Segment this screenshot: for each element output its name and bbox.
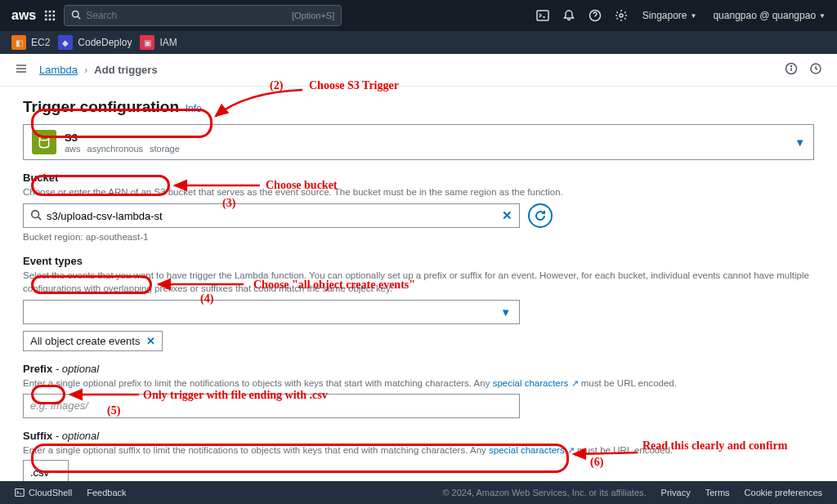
suffix-input[interactable] (23, 460, 69, 481)
svg-line-10 (78, 16, 81, 19)
notifications-icon[interactable] (562, 9, 575, 22)
user-menu[interactable]: quangpao @ quangpao▼ (713, 10, 826, 21)
main-content: Trigger configuration Info S3 awsasynchr… (0, 87, 837, 481)
svc-iam-link[interactable]: ▣IAM (140, 35, 177, 50)
search-icon (30, 209, 42, 223)
region-selector[interactable]: Singapore▼ (642, 10, 697, 21)
trigger-selector[interactable]: S3 awsasynchronousstorage ▼ (23, 124, 814, 160)
svg-rect-3 (45, 15, 47, 17)
svg-point-19 (791, 66, 792, 67)
svc-codedeploy-link[interactable]: ◆CodeDeploy (58, 35, 132, 50)
crumb-lambda[interactable]: Lambda (39, 64, 78, 76)
prefix-hint: Enter a single optional prefix to limit … (23, 377, 814, 390)
bucket-hint: Choose or enter the ARN of an S3 bucket … (23, 185, 814, 198)
refresh-button[interactable] (528, 203, 553, 228)
search-hint: [Option+S] (292, 11, 334, 20)
svg-point-9 (73, 11, 79, 17)
bucket-search-input-wrap[interactable]: ✕ (23, 203, 520, 228)
breadcrumb-bar: Lambda › Add triggers (0, 54, 837, 87)
codedeploy-icon: ◆ (58, 35, 73, 50)
trigger-name: S3 (65, 132, 186, 144)
svg-rect-1 (49, 11, 51, 13)
bucket-region-text: Bucket region: ap-southeast-1 (23, 230, 814, 243)
bucket-label: Bucket (23, 172, 814, 184)
crumb-sep: › (84, 64, 87, 76)
svg-rect-0 (45, 11, 47, 13)
feedback-link[interactable]: Feedback (87, 488, 126, 497)
global-search[interactable]: [Option+S] (64, 5, 342, 26)
page-title: Trigger configuration (23, 98, 179, 115)
hamburger-icon[interactable] (15, 62, 28, 78)
bucket-input[interactable] (47, 210, 502, 222)
svg-rect-24 (16, 489, 25, 497)
prefix-label: Prefix - optional (23, 363, 814, 375)
dropdown-caret-icon: ▼ (794, 136, 805, 149)
services-grid-icon[interactable] (44, 10, 56, 21)
external-icon: ↗ (567, 445, 575, 455)
svg-rect-6 (45, 19, 47, 21)
search-icon (71, 10, 81, 22)
cookies-link[interactable]: Cookie preferences (745, 488, 822, 497)
caret-down-icon: ▼ (691, 12, 697, 20)
suffix-hint: Enter a single optional suffix to limit … (23, 444, 814, 457)
iam-icon: ▣ (140, 35, 154, 50)
suffix-label: Suffix - optional (23, 430, 814, 442)
caret-down-icon: ▼ (819, 12, 826, 20)
event-types-label: Event types (23, 255, 814, 267)
svg-rect-2 (53, 11, 56, 13)
footer: CloudShell Feedback © 2024, Amazon Web S… (0, 481, 837, 504)
crumb-current: Add triggers (94, 64, 157, 76)
aws-top-header: aws [Option+S] Singapore▼ quangpao @ qua… (0, 0, 837, 31)
terms-link[interactable]: Terms (705, 488, 730, 497)
svg-point-22 (32, 210, 39, 217)
cloudshell-link[interactable]: CloudShell (15, 488, 72, 497)
svg-rect-5 (53, 15, 56, 17)
external-icon: ↗ (571, 378, 579, 388)
ec2-icon: ◧ (11, 35, 26, 50)
svg-rect-8 (53, 19, 56, 21)
settings-icon[interactable] (615, 9, 628, 22)
clear-icon[interactable]: ✕ (502, 208, 512, 223)
special-chars-link[interactable]: special characters (493, 378, 569, 388)
dropdown-caret-icon: ▼ (500, 306, 511, 319)
event-types-hint: Select the events that you want to have … (23, 269, 814, 295)
cloudshell-icon[interactable] (536, 9, 549, 22)
search-input[interactable] (86, 10, 292, 21)
help-icon[interactable] (589, 9, 602, 22)
svg-rect-11 (537, 11, 548, 20)
remove-token-icon[interactable]: ✕ (146, 335, 155, 347)
info-link[interactable]: Info (186, 103, 202, 114)
svg-rect-7 (49, 19, 51, 21)
copyright: © 2024, Amazon Web Services, Inc. or its… (442, 488, 646, 497)
svc-ec2-link[interactable]: ◧EC2 (11, 35, 50, 50)
event-type-token[interactable]: All object create events✕ (23, 331, 163, 351)
s3-icon (32, 130, 56, 154)
privacy-link[interactable]: Privacy (661, 488, 691, 497)
svg-line-23 (38, 216, 42, 220)
cycle-icon[interactable] (809, 62, 822, 78)
event-types-select[interactable]: ▼ (23, 300, 520, 324)
trigger-tags: awsasynchronousstorage (65, 144, 186, 154)
prefix-input[interactable] (23, 394, 520, 418)
svg-point-21 (39, 136, 48, 140)
svg-rect-4 (49, 15, 51, 17)
info-icon[interactable] (785, 62, 798, 78)
service-shortcuts-bar: ◧EC2 ◆CodeDeploy ▣IAM (0, 31, 837, 54)
aws-logo[interactable]: aws (11, 8, 36, 23)
svg-point-13 (620, 14, 623, 17)
special-chars-link[interactable]: special characters (489, 445, 565, 455)
